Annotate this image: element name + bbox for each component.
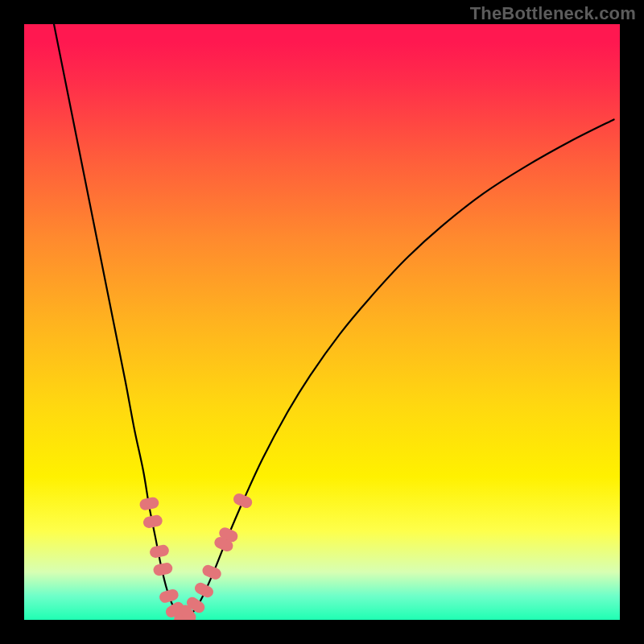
curve-dot: [152, 562, 173, 577]
plot-svg: [24, 24, 620, 620]
curve-dot: [200, 564, 223, 581]
curve-dot: [158, 588, 180, 604]
chart-frame: TheBottleneck.com: [0, 0, 644, 644]
bottleneck-curve: [54, 24, 614, 617]
watermark-text: TheBottleneck.com: [470, 3, 636, 24]
curve-dot: [138, 496, 159, 510]
curve-dot: [193, 580, 216, 599]
plot-area: [24, 24, 620, 620]
curve-dots-group: [138, 492, 254, 620]
curve-dot: [232, 492, 254, 510]
curve-dot: [149, 544, 170, 559]
curve-dot: [142, 514, 163, 530]
